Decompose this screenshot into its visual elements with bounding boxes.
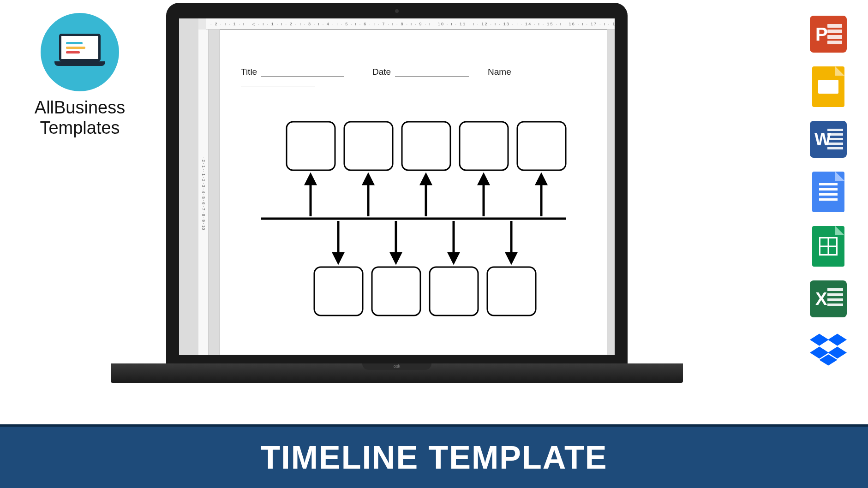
svg-rect-1 bbox=[287, 122, 335, 170]
brand-name: AllBusiness Templates bbox=[22, 98, 138, 138]
laptop-notch: ook bbox=[362, 363, 431, 370]
svg-marker-23 bbox=[391, 253, 401, 262]
word-icon[interactable] bbox=[810, 121, 847, 158]
svg-rect-3 bbox=[402, 122, 450, 170]
svg-rect-18 bbox=[430, 267, 478, 315]
svg-marker-25 bbox=[449, 253, 458, 262]
brand-logo-circle bbox=[41, 13, 119, 91]
app-icons-column bbox=[810, 16, 847, 368]
svg-rect-16 bbox=[314, 267, 363, 315]
brand-line1: AllBusiness bbox=[22, 98, 138, 118]
brand-line2: Templates bbox=[22, 118, 138, 138]
title-blank[interactable] bbox=[261, 71, 344, 77]
svg-rect-2 bbox=[344, 122, 393, 170]
horizontal-ruler: · 2 · ı · 1 · ı · ◁ · ı · 1 · ı · 2 · ı … bbox=[206, 18, 615, 30]
vertical-ruler: · 2 · 1 · · 1 · 2 · 3 · 4 · 5 · 6 · 7 · … bbox=[198, 30, 209, 355]
svg-marker-28 bbox=[810, 334, 829, 346]
editor-left-margin bbox=[179, 18, 198, 355]
date-blank[interactable] bbox=[395, 71, 469, 77]
title-label: Title bbox=[241, 67, 257, 77]
powerpoint-icon[interactable] bbox=[810, 16, 847, 53]
timeline-diagram bbox=[247, 113, 580, 325]
google-docs-icon[interactable] bbox=[812, 172, 844, 212]
name-blank[interactable] bbox=[241, 81, 315, 87]
camera-dot bbox=[395, 9, 399, 13]
laptop-mockup: · 2 · ı · 1 · ı · ◁ · ı · 1 · ı · 2 · ı … bbox=[166, 3, 628, 383]
brand-logo-block: AllBusiness Templates bbox=[22, 13, 138, 138]
document-page: Title Date Name bbox=[220, 30, 607, 355]
dropbox-icon[interactable] bbox=[810, 331, 847, 368]
google-slides-icon[interactable] bbox=[812, 66, 844, 107]
svg-rect-17 bbox=[372, 267, 420, 315]
google-sheets-icon[interactable] bbox=[812, 226, 844, 267]
laptop-icon bbox=[54, 34, 105, 71]
svg-marker-7 bbox=[306, 175, 315, 184]
svg-marker-9 bbox=[364, 175, 373, 184]
name-label: Name bbox=[488, 67, 511, 77]
svg-marker-11 bbox=[421, 175, 431, 184]
laptop-base: ook bbox=[111, 363, 683, 383]
excel-icon[interactable] bbox=[810, 280, 847, 317]
svg-rect-4 bbox=[460, 122, 508, 170]
svg-marker-13 bbox=[479, 175, 488, 184]
banner-title: TIMELINE TEMPLATE bbox=[260, 439, 607, 476]
date-label: Date bbox=[372, 67, 391, 77]
svg-marker-15 bbox=[537, 175, 546, 184]
svg-rect-19 bbox=[487, 267, 536, 315]
svg-rect-5 bbox=[517, 122, 566, 170]
svg-marker-21 bbox=[334, 253, 343, 262]
svg-marker-27 bbox=[507, 253, 516, 262]
svg-marker-29 bbox=[828, 334, 847, 346]
editor-screen: · 2 · ı · 1 · ı · ◁ · ı · 1 · ı · 2 · ı … bbox=[179, 18, 615, 355]
footer-banner: TIMELINE TEMPLATE bbox=[0, 424, 868, 488]
header-fields: Title Date Name bbox=[241, 67, 586, 87]
